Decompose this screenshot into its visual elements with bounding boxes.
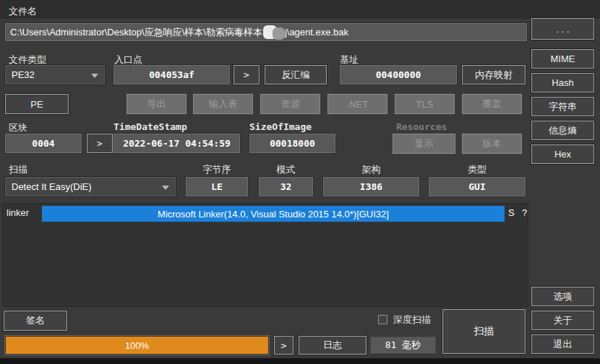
base-address-value[interactable]: 00400000 — [340, 65, 457, 84]
deep-scan-label: 深度扫描 — [393, 313, 431, 326]
elapsed-time-value: 81 毫秒 — [370, 337, 436, 354]
export-button: 导出 — [127, 94, 187, 114]
result-kind-label: linker — [7, 207, 29, 218]
file-name-label: 文件名 — [9, 5, 37, 18]
mime-button[interactable]: MIME — [531, 49, 594, 69]
file-path-prefix: C:\Users\Administrator\Desktop\应急响应\样本\勒… — [10, 26, 262, 39]
sizeofimage-value[interactable]: 00018000 — [249, 134, 335, 153]
scan-engine-select[interactable]: Detect It Easy(DiE) — [5, 177, 176, 196]
result-signature-link[interactable]: S — [508, 207, 515, 218]
mode-value[interactable]: 32 — [259, 177, 313, 196]
file-type-select[interactable]: PE32 — [5, 65, 105, 84]
hash-button[interactable]: Hash — [531, 73, 594, 92]
progress-expand-button[interactable]: > — [274, 336, 293, 355]
log-button[interactable]: 日志 — [299, 336, 367, 355]
window-bottom-band — [0, 358, 600, 364]
endianness-value[interactable]: LE — [186, 177, 248, 196]
arch-label: 架构 — [323, 163, 419, 176]
chevron-down-icon — [162, 186, 169, 190]
type-label: 类型 — [429, 163, 526, 176]
timedatestamp-label: TimeDateStamp — [113, 121, 187, 132]
strings-button[interactable]: 字符串 — [531, 97, 594, 116]
exit-button[interactable]: 退出 — [531, 334, 594, 354]
scan-progress-bar: 100% — [5, 336, 269, 355]
result-detection-link[interactable]: Microsoft Linker(14.0, Visual Studio 201… — [42, 206, 505, 222]
import-table-button: 输入表 — [193, 94, 253, 114]
resources-version-button: 版本 — [462, 134, 522, 154]
deep-scan-checkbox[interactable] — [378, 315, 387, 324]
die-main-window: 文件名 C:\Users\Administrator\Desktop\应急响应\… — [0, 0, 600, 364]
scan-label: 扫描 — [9, 163, 27, 176]
scan-button[interactable]: 扫描 — [442, 309, 526, 354]
arch-value[interactable]: I386 — [323, 177, 419, 196]
sections-count-value[interactable]: 0004 — [5, 134, 82, 153]
disassemble-button[interactable]: 反汇编 — [265, 65, 327, 84]
endianness-label: 字节序 — [186, 163, 248, 176]
entry-point-goto-button[interactable]: > — [233, 65, 260, 84]
resources-group-label: Resources — [396, 121, 447, 132]
redaction-blob — [273, 27, 285, 40]
file-path-input[interactable]: C:\Users\Administrator\Desktop\应急响应\样本\勒… — [5, 23, 527, 41]
file-type-value: PE32 — [12, 69, 35, 80]
pe-button[interactable]: PE — [5, 94, 69, 114]
timedatestamp-value[interactable]: 2022-06-17 04:54:59 — [113, 134, 240, 153]
tls-button: TLS — [395, 94, 455, 114]
hex-button[interactable]: Hex — [531, 144, 594, 164]
result-info-link[interactable]: ? — [522, 207, 527, 218]
mode-label: 模式 — [259, 163, 313, 176]
chevron-down-icon — [91, 74, 98, 78]
type-value[interactable]: GUI — [429, 177, 526, 196]
resources-show-button: 显示 — [393, 134, 455, 154]
result-row: linker Microsoft Linker(14.0, Visual Stu… — [3, 206, 528, 222]
sizeofimage-label: SizeOfImage — [249, 121, 312, 132]
sections-label: 区块 — [9, 121, 27, 134]
resources-button: 资源 — [260, 94, 320, 114]
overlay-button: 覆盖 — [462, 94, 522, 114]
sections-goto-button[interactable]: > — [87, 134, 113, 153]
window-top-band — [0, 0, 600, 19]
scan-results-panel: linker Microsoft Linker(14.0, Visual Stu… — [2, 203, 528, 307]
file-path-suffix: j\agent.exe.bak — [285, 27, 348, 38]
signature-button[interactable]: 签名 — [4, 311, 67, 331]
memory-map-button[interactable]: 内存映射 — [462, 65, 526, 84]
options-button[interactable]: 选项 — [531, 287, 594, 306]
scan-engine-value: Detect It Easy(DiE) — [12, 181, 92, 192]
entropy-button[interactable]: 信息熵 — [531, 121, 594, 140]
about-button[interactable]: 关于 — [531, 311, 594, 330]
dotnet-button: .NET — [327, 94, 387, 114]
browse-button[interactable]: . . . — [531, 18, 594, 40]
entry-point-value[interactable]: 004053af — [113, 65, 230, 84]
